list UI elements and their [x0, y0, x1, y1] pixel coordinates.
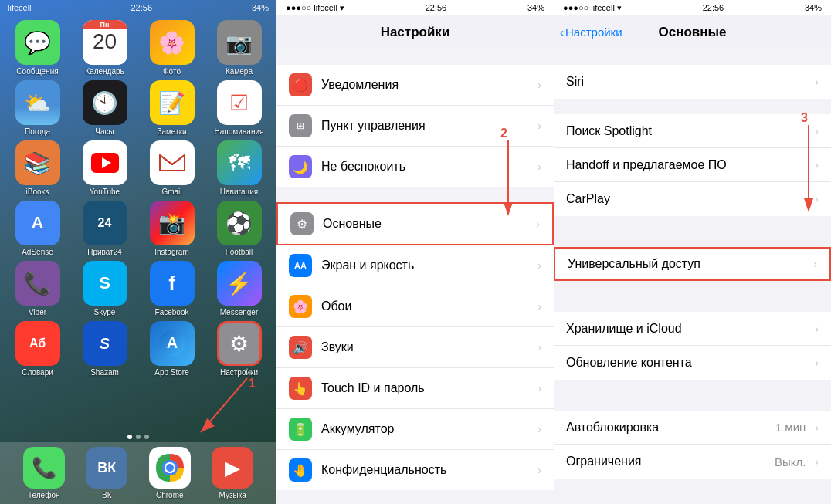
- p2-carrier: ●●●○○ lifecell ▾: [286, 3, 344, 13]
- app-icon-shazam[interactable]: S Shazam: [73, 321, 136, 377]
- dock-phone[interactable]: 📞 Телефон: [23, 447, 65, 499]
- app-calendar-label: Календарь: [85, 67, 124, 76]
- settings-row-handoff[interactable]: Handoff и предлагаемое ПО ›: [554, 148, 831, 182]
- app-icon-adsense[interactable]: A AdSense: [6, 201, 69, 256]
- app-icon-slovari[interactable]: Аб Словари: [6, 321, 69, 377]
- svg-point-10: [166, 464, 174, 472]
- siri-chevron: ›: [815, 76, 819, 88]
- settings-row-privacy[interactable]: 🤚 Конфиденциальность ›: [276, 450, 554, 490]
- app-icon-appstore[interactable]: A App Store: [141, 321, 203, 377]
- app-icon-football[interactable]: ⚽ Football: [208, 201, 270, 256]
- settings-row-universal[interactable]: Универсальный доступ ›: [554, 247, 831, 281]
- app-ibooks-icon: 📚: [15, 140, 60, 185]
- p3-carrier: ●●●○○ lifecell ▾: [563, 3, 622, 13]
- app-icon-camera[interactable]: 📷 Камера: [208, 20, 270, 76]
- sounds-label: Звуки: [321, 340, 528, 354]
- nav-bar-phone3: ‹ Настройки Основные: [554, 15, 831, 49]
- app-notes-label: Заметки: [157, 127, 186, 136]
- app-icon-settings[interactable]: ⚙ Настройки: [208, 321, 270, 377]
- settings-row-restrictions[interactable]: Ограничения Выкл. ›: [554, 445, 831, 479]
- settings-row-display[interactable]: AA Экран и яркость ›: [276, 245, 554, 286]
- app-icon-skype[interactable]: S Skype: [73, 261, 136, 316]
- app-settings-label: Настройки: [220, 368, 258, 377]
- settings-row-autolock[interactable]: Автоблокировка 1 мин ›: [554, 411, 831, 445]
- settings-row-controlcenter[interactable]: ⊞ Пункт управления ›: [276, 106, 554, 147]
- status-bar-phone2: ●●●○○ lifecell ▾ 22:56 34%: [276, 0, 554, 15]
- privacy-chevron: ›: [538, 464, 541, 476]
- storage-label: Хранилище и iCloud: [566, 322, 806, 336]
- p3-divider-1: [554, 232, 831, 247]
- carplay-chevron: ›: [815, 193, 819, 205]
- sounds-icon: 🔊: [289, 336, 312, 359]
- app-clock-icon: 🕙: [83, 80, 127, 125]
- app-instagram-label: Instagram: [154, 248, 188, 256]
- app-slovari-icon: Аб: [15, 321, 60, 366]
- p2-time: 22:56: [426, 3, 447, 12]
- battery-label: 34%: [252, 3, 269, 12]
- carrier-label: lifecell: [8, 3, 32, 12]
- app-gmail-label: Gmail: [161, 188, 181, 196]
- back-button[interactable]: ‹ Настройки: [560, 25, 622, 39]
- universal-label: Универсальный доступ: [568, 257, 804, 271]
- dnd-icon: 🌙: [289, 155, 312, 178]
- app-icon-clock[interactable]: 🕙 Часы: [73, 80, 136, 136]
- app-icon-reminders[interactable]: ☑ Напоминания: [208, 80, 270, 136]
- app-icon-privat24[interactable]: 24 Приват24: [73, 201, 136, 256]
- settings-row-wallpaper[interactable]: 🌸 Обои ›: [276, 286, 554, 327]
- page-dot-2: [136, 435, 141, 439]
- app-icon-weather[interactable]: ⛅ Погода: [6, 80, 69, 136]
- settings-row-sounds[interactable]: 🔊 Звуки ›: [276, 327, 554, 368]
- dock-music-label: Музыка: [219, 491, 246, 499]
- app-icon-messenger[interactable]: ⚡ Messenger: [208, 261, 270, 316]
- notifications-chevron: ›: [538, 79, 541, 91]
- app-icon-youtube[interactable]: YouTube: [73, 140, 136, 196]
- app-icon-photos[interactable]: 🌸 Фото: [141, 20, 203, 76]
- app-photos-label: Фото: [163, 67, 181, 76]
- app-icon-notes[interactable]: 📝 Заметки: [141, 80, 203, 136]
- app-adsense-icon: A: [15, 201, 60, 245]
- p2-battery: 34%: [527, 3, 544, 12]
- p3-section-2: Хранилище и iCloud › Обновление контента…: [554, 312, 831, 380]
- app-facebook-icon: f: [150, 261, 195, 306]
- autolock-label: Автоблокировка: [566, 421, 766, 435]
- display-icon: AA: [289, 254, 312, 277]
- app-icon-instagram[interactable]: 📸 Instagram: [141, 201, 203, 256]
- dock-phone-icon: 📞: [23, 447, 65, 489]
- general-icon: ⚙: [290, 212, 314, 235]
- siri-label: Siri: [566, 75, 806, 89]
- app-privat24-icon: 24: [83, 201, 127, 245]
- settings-row-general[interactable]: ⚙ Основные ›: [276, 202, 554, 245]
- app-icon-messages[interactable]: 💬 Сообщения: [6, 20, 69, 76]
- wallpaper-chevron: ›: [538, 300, 541, 313]
- settings-row-spotlight[interactable]: Поиск Spotlight ›: [554, 114, 831, 148]
- app-icon-facebook[interactable]: f Facebook: [141, 261, 203, 316]
- p3-divider-2: [554, 296, 831, 312]
- app-messages-icon: 💬: [15, 20, 60, 65]
- dock-music[interactable]: ▶ Музыка: [212, 447, 253, 499]
- app-icon-calendar[interactable]: Пн 20 Календарь: [73, 20, 136, 76]
- touchid-icon: 👆: [289, 377, 312, 400]
- dock-phone-label: Телефон: [28, 491, 59, 499]
- settings-row-notifications[interactable]: 🔴 Уведомления ›: [276, 65, 554, 106]
- settings-row-dnd[interactable]: 🌙 Не беспокоить ›: [276, 147, 554, 187]
- app-icon-viber[interactable]: 📞 Viber: [6, 261, 69, 316]
- app-ibooks-label: iBooks: [25, 188, 49, 196]
- general-label: Основные: [323, 217, 527, 231]
- settings-row-bgrefresh[interactable]: Обновление контента ›: [554, 346, 831, 380]
- dnd-label: Не беспокоить: [321, 160, 528, 174]
- app-icon-ibooks[interactable]: 📚 iBooks: [6, 140, 69, 196]
- app-skype-icon: S: [83, 261, 127, 306]
- settings-list-general: Siri › Поиск Spotlight › Handoff и предл…: [554, 49, 831, 504]
- dock-chrome[interactable]: Chrome: [149, 447, 191, 499]
- app-icon-maps[interactable]: 🗺 Навигация: [208, 140, 270, 196]
- dock-vk[interactable]: ВК ВК: [86, 447, 127, 499]
- app-icon-gmail[interactable]: Gmail: [141, 140, 203, 196]
- p3-section-0: Siri ›: [554, 65, 831, 99]
- settings-row-touchid[interactable]: 👆 Touch ID и пароль ›: [276, 368, 554, 409]
- settings-row-siri[interactable]: Siri ›: [554, 65, 831, 99]
- settings-row-battery[interactable]: 🔋 Аккумулятор ›: [276, 409, 554, 450]
- page-dots: [127, 435, 149, 439]
- settings-row-carplay[interactable]: CarPlay ›: [554, 182, 831, 216]
- settings-row-storage[interactable]: Хранилище и iCloud ›: [554, 312, 831, 346]
- autolock-chevron: ›: [815, 421, 819, 434]
